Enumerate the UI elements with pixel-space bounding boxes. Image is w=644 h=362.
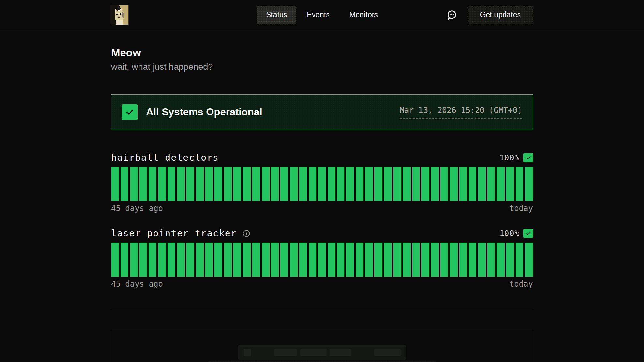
- uptime-bar[interactable]: [525, 167, 533, 201]
- uptime-bar[interactable]: [318, 243, 326, 277]
- uptime-bar[interactable]: [186, 167, 194, 201]
- uptime-bar[interactable]: [440, 167, 448, 201]
- uptime-bar[interactable]: [290, 243, 298, 277]
- uptime-bar[interactable]: [356, 167, 363, 201]
- uptime-bar[interactable]: [280, 243, 288, 277]
- uptime-bar[interactable]: [290, 167, 298, 201]
- uptime-bar[interactable]: [130, 243, 138, 277]
- uptime-bar[interactable]: [158, 167, 166, 201]
- uptime-bar[interactable]: [487, 167, 495, 201]
- uptime-bar[interactable]: [412, 167, 420, 201]
- get-updates-button[interactable]: Get updates: [468, 6, 533, 24]
- uptime-bar[interactable]: [168, 167, 175, 201]
- tab-events[interactable]: Events: [298, 6, 338, 24]
- uptime-bar[interactable]: [356, 243, 363, 277]
- uptime-bar[interactable]: [149, 167, 156, 201]
- uptime-bar[interactable]: [121, 167, 128, 201]
- uptime-bar[interactable]: [431, 243, 439, 277]
- uptime-bar[interactable]: [337, 243, 345, 277]
- uptime-bar[interactable]: [421, 243, 429, 277]
- uptime-bar[interactable]: [252, 243, 260, 277]
- uptime-bar[interactable]: [421, 167, 429, 201]
- uptime-bar[interactable]: [299, 167, 307, 201]
- uptime-bar[interactable]: [205, 243, 213, 277]
- uptime-bar[interactable]: [346, 243, 354, 277]
- monitor-status-checkbox[interactable]: [523, 153, 533, 162]
- uptime-bar[interactable]: [506, 243, 514, 277]
- uptime-bar[interactable]: [384, 243, 392, 277]
- uptime-bar[interactable]: [328, 167, 335, 201]
- uptime-bar[interactable]: [280, 167, 288, 201]
- uptime-bar[interactable]: [337, 167, 345, 201]
- uptime-bar[interactable]: [252, 167, 260, 201]
- uptime-bar[interactable]: [130, 167, 138, 201]
- uptime-bar[interactable]: [450, 167, 458, 201]
- uptime-bar[interactable]: [121, 243, 128, 277]
- uptime-bar[interactable]: [149, 243, 156, 277]
- monitor-status-checkbox[interactable]: [523, 229, 533, 238]
- uptime-bar[interactable]: [393, 167, 401, 201]
- uptime-bar[interactable]: [393, 243, 401, 277]
- uptime-bar[interactable]: [309, 243, 316, 277]
- uptime-bar[interactable]: [469, 167, 476, 201]
- uptime-bar[interactable]: [384, 167, 392, 201]
- uptime-bar[interactable]: [243, 167, 251, 201]
- uptime-bar[interactable]: [403, 167, 411, 201]
- uptime-bar[interactable]: [262, 243, 270, 277]
- uptime-bar[interactable]: [365, 243, 373, 277]
- uptime-bar[interactable]: [309, 167, 316, 201]
- uptime-bar[interactable]: [346, 167, 354, 201]
- uptime-bar[interactable]: [478, 167, 486, 201]
- uptime-bar[interactable]: [516, 243, 523, 277]
- uptime-bar[interactable]: [440, 243, 448, 277]
- uptime-bar[interactable]: [158, 243, 166, 277]
- uptime-bar[interactable]: [412, 243, 420, 277]
- uptime-bar[interactable]: [459, 167, 467, 201]
- uptime-bar[interactable]: [299, 243, 307, 277]
- uptime-bar[interactable]: [243, 243, 251, 277]
- uptime-bar[interactable]: [224, 243, 232, 277]
- uptime-bar[interactable]: [233, 243, 241, 277]
- uptime-bar[interactable]: [497, 167, 505, 201]
- uptime-bar[interactable]: [459, 243, 467, 277]
- uptime-bar[interactable]: [516, 167, 523, 201]
- uptime-bar[interactable]: [224, 167, 232, 201]
- uptime-bar[interactable]: [403, 243, 411, 277]
- uptime-bar[interactable]: [214, 243, 222, 277]
- uptime-bar[interactable]: [111, 167, 119, 201]
- uptime-bar[interactable]: [478, 243, 486, 277]
- uptime-bar[interactable]: [111, 243, 119, 277]
- uptime-bar[interactable]: [139, 243, 147, 277]
- uptime-bar[interactable]: [205, 167, 213, 201]
- uptime-bar[interactable]: [196, 243, 204, 277]
- uptime-bar[interactable]: [262, 167, 270, 201]
- uptime-bar[interactable]: [469, 243, 476, 277]
- uptime-bar[interactable]: [318, 167, 326, 201]
- uptime-bar[interactable]: [365, 167, 373, 201]
- tab-status[interactable]: Status: [257, 6, 296, 24]
- uptime-bar[interactable]: [233, 167, 241, 201]
- uptime-bar[interactable]: [487, 243, 495, 277]
- status-banner-timestamp[interactable]: Mar 13, 2026 15:20 (GMT+0): [400, 106, 522, 119]
- tab-monitors[interactable]: Monitors: [341, 6, 387, 24]
- uptime-bar[interactable]: [271, 243, 279, 277]
- uptime-bar[interactable]: [177, 243, 185, 277]
- uptime-bar[interactable]: [374, 167, 382, 201]
- uptime-bar[interactable]: [186, 243, 194, 277]
- uptime-bar[interactable]: [139, 167, 147, 201]
- uptime-bar[interactable]: [177, 167, 185, 201]
- feedback-chat-button[interactable]: [446, 9, 458, 21]
- uptime-bar[interactable]: [168, 243, 175, 277]
- monitor-info-button[interactable]: [242, 229, 251, 238]
- uptime-bar[interactable]: [374, 243, 382, 277]
- uptime-bar[interactable]: [196, 167, 204, 201]
- uptime-bar[interactable]: [497, 243, 505, 277]
- uptime-bar[interactable]: [271, 167, 279, 201]
- uptime-bar[interactable]: [431, 167, 439, 201]
- uptime-bar[interactable]: [450, 243, 458, 277]
- uptime-bar[interactable]: [525, 243, 533, 277]
- uptime-bar[interactable]: [214, 167, 222, 201]
- uptime-bar[interactable]: [328, 243, 335, 277]
- uptime-bar[interactable]: [506, 167, 514, 201]
- site-logo[interactable]: [111, 5, 129, 25]
